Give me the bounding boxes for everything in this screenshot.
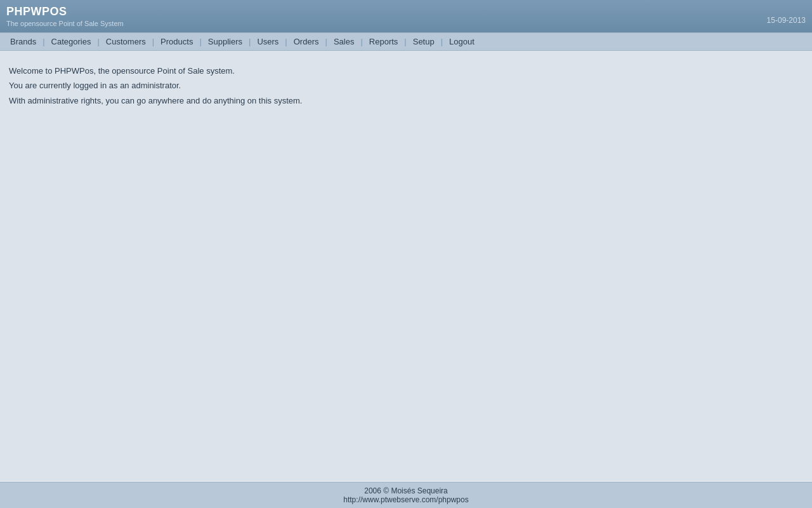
footer-url-link[interactable]: http://www.ptwebserve.com/phpwpos	[343, 495, 468, 504]
app-subtitle: The opensource Point of Sale System	[6, 20, 124, 27]
nav-sales[interactable]: Sales	[329, 36, 360, 48]
nav-sep-5: |	[249, 37, 251, 46]
nav-sep-8: |	[360, 37, 362, 46]
nav-orders[interactable]: Orders	[289, 36, 324, 48]
nav-sep-6: |	[285, 37, 287, 46]
nav-sep-3: |	[152, 37, 154, 46]
nav-setup[interactable]: Setup	[408, 36, 440, 48]
nav-brands[interactable]: Brands	[5, 36, 41, 48]
welcome-line1: Welcome to PHPWPos, the opensource Point…	[9, 64, 803, 78]
main-content: Welcome to PHPWPos, the opensource Point…	[0, 51, 812, 482]
welcome-text: Welcome to PHPWPos, the opensource Point…	[9, 64, 803, 108]
nav-users[interactable]: Users	[252, 36, 284, 48]
header-left: PHPWPOS The opensource Point of Sale Sys…	[6, 5, 124, 27]
nav-logout[interactable]: Logout	[444, 36, 480, 48]
navbar: Brands | Categories | Customers | Produc…	[0, 32, 812, 51]
nav-sep-1: |	[43, 37, 44, 46]
nav-sep-7: |	[325, 37, 327, 46]
app-title: PHPWPOS	[6, 5, 124, 18]
footer-url: http://www.ptwebserve.com/phpwpos	[4, 495, 808, 504]
nav-sep-10: |	[441, 37, 443, 46]
nav-reports[interactable]: Reports	[364, 36, 403, 48]
nav-suppliers[interactable]: Suppliers	[203, 36, 247, 48]
nav-sep-2: |	[97, 37, 99, 46]
welcome-line3: With administrative rights, you can go a…	[9, 93, 803, 108]
nav-products[interactable]: Products	[155, 36, 198, 48]
header: PHPWPOS The opensource Point of Sale Sys…	[0, 0, 812, 32]
nav-categories[interactable]: Categories	[46, 36, 96, 48]
footer-copyright: 2006 © Moisés Sequeira	[4, 486, 808, 495]
nav-customers[interactable]: Customers	[101, 36, 151, 48]
nav-sep-9: |	[404, 37, 406, 46]
nav-sep-4: |	[199, 37, 201, 46]
welcome-line2: You are currently logged in as an admini…	[9, 78, 803, 93]
header-date: 15-09-2013	[767, 16, 806, 27]
footer: 2006 © Moisés Sequeira http://www.ptwebs…	[0, 482, 812, 508]
